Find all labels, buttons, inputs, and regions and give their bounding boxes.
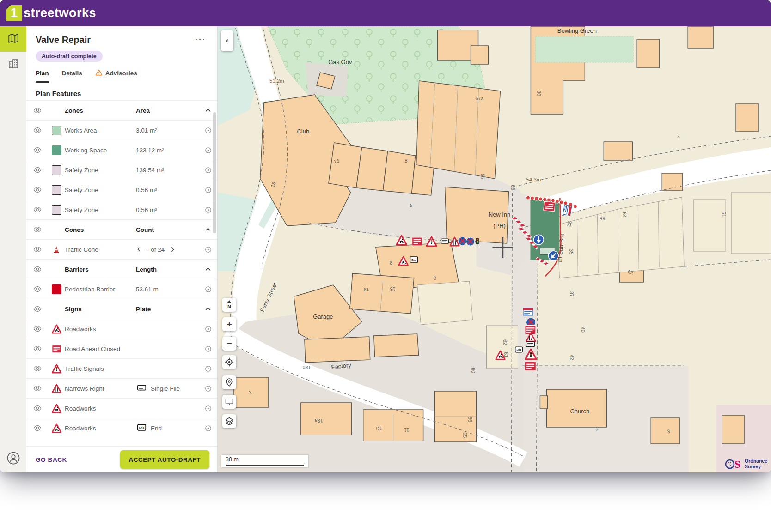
map-label: 65: [600, 216, 605, 221]
map-traffic-cone[interactable]: [551, 199, 555, 202]
visibility-eye-button[interactable]: [26, 165, 48, 175]
visibility-eye-button[interactable]: [26, 404, 48, 413]
zoom-in-button[interactable]: +: [222, 317, 236, 331]
map-sign-plate[interactable]: [526, 342, 534, 347]
visibility-eye-button[interactable]: [26, 284, 48, 294]
map-label: Garage: [313, 313, 333, 320]
map-sign-plate-end[interactable]: [515, 347, 523, 352]
feature-name: Safety Zone: [65, 187, 136, 193]
plan-panel: Valve Repair ··· Auto-draft complete Pla…: [26, 26, 218, 472]
visibility-eye-button[interactable]: [26, 126, 48, 135]
visibility-eye-button[interactable]: [26, 423, 48, 433]
map-traffic-cone[interactable]: [543, 198, 546, 201]
locate-on-map-button[interactable]: [199, 245, 217, 254]
group-column-label: Count: [136, 226, 199, 233]
locate-button[interactable]: [222, 355, 236, 369]
marker-button[interactable]: [222, 375, 236, 389]
feature-row: RoadworksEndEnd: [26, 418, 217, 438]
locate-on-map-button[interactable]: [199, 384, 217, 393]
map-canvas[interactable]: End: [218, 26, 771, 472]
go-back-button[interactable]: GO BACK: [36, 456, 67, 463]
feature-name: Safety Zone: [65, 167, 136, 174]
feature-name: Roadworks: [65, 405, 136, 412]
barrier-swatch: [48, 284, 65, 294]
os-attribution: S Ordnance Survey: [725, 458, 767, 470]
visibility-eye-button[interactable]: [26, 324, 48, 333]
cone-pager: - of 24: [136, 246, 199, 253]
visibility-eye-button[interactable]: [26, 245, 48, 254]
collapse-chevron-button[interactable]: [199, 305, 217, 313]
locate-on-map-button[interactable]: [199, 285, 217, 294]
map-traffic-cone[interactable]: [563, 201, 567, 205]
map-traffic-cone[interactable]: [559, 200, 563, 204]
page-title: Valve Repair: [36, 35, 91, 45]
top-bar: 1 streetworks: [0, 0, 771, 26]
map-sign-rac[interactable]: [525, 362, 536, 371]
rail-organisation-button[interactable]: [0, 52, 26, 77]
panel-scrollbar[interactable]: [213, 112, 216, 233]
visibility-eye-button[interactable]: [26, 205, 48, 214]
collapse-chevron-button[interactable]: [199, 265, 217, 273]
visibility-eye-button[interactable]: [26, 185, 48, 194]
panel-collapse-button[interactable]: ‹: [221, 30, 233, 51]
left-rail: [0, 26, 26, 472]
north-button[interactable]: N: [222, 298, 236, 312]
layers-button[interactable]: [222, 414, 236, 428]
map-traffic-cone[interactable]: [538, 197, 542, 201]
map-traffic-cone[interactable]: [526, 196, 530, 200]
map-traffic-cone[interactable]: [573, 205, 577, 208]
map-label: 35: [569, 249, 574, 254]
feature-row: Pedestrian Barrier53.61 m: [26, 279, 217, 299]
map-sign-rac[interactable]: [412, 237, 422, 246]
map-traffic-cone[interactable]: [534, 197, 538, 200]
tab-advisories[interactable]: Advisories: [95, 69, 137, 83]
buildings-icon: [8, 58, 19, 71]
sign-nr-icon: [48, 384, 65, 393]
visibility-eye-button[interactable]: [26, 344, 48, 353]
map-sign-blue-x[interactable]: [466, 237, 474, 246]
user-avatar-button[interactable]: [0, 451, 26, 467]
visibility-eye-button[interactable]: [26, 384, 48, 393]
map-sign-blue-ar[interactable]: [534, 235, 544, 245]
visibility-eye-button[interactable]: [26, 225, 48, 234]
visibility-eye-button[interactable]: [26, 265, 48, 274]
map-traffic-cone[interactable]: [547, 198, 551, 202]
zoom-out-button[interactable]: −: [222, 337, 236, 351]
visibility-eye-button[interactable]: [26, 106, 48, 115]
locate-on-map-button[interactable]: [199, 325, 217, 333]
feature-row: Safety Zone0.56 m²: [26, 180, 217, 200]
locate-on-map-button[interactable]: [199, 364, 217, 373]
visibility-eye-button[interactable]: [26, 364, 48, 373]
map-traffic-cone[interactable]: [555, 200, 559, 203]
map-sign-blue-x[interactable]: [458, 237, 466, 245]
feature-row: Traffic Signals: [26, 358, 217, 378]
cone-icon: [48, 245, 65, 254]
map-label: Church: [570, 408, 589, 415]
map-sign-plate[interactable]: [441, 239, 448, 243]
screen-button[interactable]: [222, 395, 236, 409]
visibility-eye-button[interactable]: [26, 304, 48, 314]
map-traffic-cone[interactable]: [530, 196, 534, 200]
rail-map-button[interactable]: [0, 26, 26, 52]
map-traffic-cone[interactable]: [569, 203, 572, 206]
overflow-menu-button[interactable]: ···: [193, 34, 208, 46]
app-logo: 1 streetworks: [6, 5, 96, 21]
locate-on-map-button[interactable]: [199, 424, 217, 433]
map-sign-plate-end[interactable]: [410, 257, 417, 262]
tab-label: Details: [62, 70, 82, 77]
feature-value: 0.56 m²: [136, 187, 199, 193]
tab-details[interactable]: Details: [62, 69, 82, 83]
feature-group-row: ConesCount: [26, 219, 217, 239]
feature-row: Traffic Cone- of 24: [26, 239, 217, 259]
pager-prev-button[interactable]: [136, 246, 142, 253]
map-sign-permit[interactable]: [523, 308, 533, 315]
locate-on-map-button[interactable]: [199, 404, 217, 413]
map-sign-rac[interactable]: [544, 201, 555, 212]
visibility-eye-button[interactable]: [26, 145, 48, 155]
pager-next-button[interactable]: [169, 246, 176, 253]
plate-label: Single File: [151, 385, 180, 392]
accept-auto-draft-button[interactable]: ACCEPT AUTO-DRAFT: [120, 450, 210, 469]
map-label: 32: [566, 221, 573, 227]
tab-plan[interactable]: Plan: [36, 69, 49, 83]
locate-on-map-button[interactable]: [199, 345, 217, 353]
